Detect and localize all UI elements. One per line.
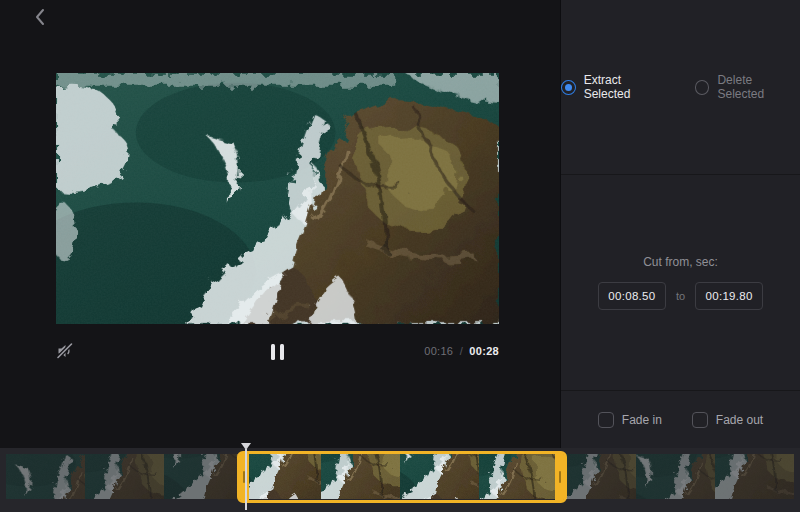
timeline-selection[interactable] — [237, 451, 567, 503]
speaker-muted-icon — [56, 342, 74, 360]
checkbox-icon — [598, 412, 614, 428]
cut-to-label: to — [676, 290, 685, 302]
radio-icon — [561, 80, 576, 95]
fade-in-checkbox[interactable]: Fade in — [598, 412, 662, 428]
radio-icon — [695, 80, 710, 95]
mute-button[interactable] — [56, 342, 74, 360]
settings-panel: Extract Selected Delete Selected Cut fro… — [560, 0, 800, 448]
chevron-left-icon — [30, 6, 52, 28]
total-duration: 00:28 — [469, 345, 499, 357]
playhead-line — [245, 449, 247, 510]
video-frame — [56, 73, 499, 324]
fade-section: Fade in Fade out — [561, 390, 800, 448]
cut-from-input[interactable] — [598, 282, 666, 310]
current-time: 00:16 — [424, 345, 453, 357]
radio-delete-selected[interactable]: Delete Selected — [695, 73, 800, 101]
video-preview[interactable] — [56, 73, 499, 324]
checkbox-icon — [692, 412, 708, 428]
timeline-dim-left — [6, 454, 237, 499]
pause-button[interactable] — [271, 344, 285, 360]
timeline[interactable] — [0, 448, 800, 512]
fade-out-checkbox[interactable]: Fade out — [692, 412, 763, 428]
radio-label: Delete Selected — [717, 73, 800, 101]
playhead[interactable] — [241, 443, 251, 512]
radio-label: Extract Selected — [584, 73, 669, 101]
editor-stage: 00:16 / 00:28 — [0, 0, 560, 448]
cut-range-section: Cut from, sec: to — [561, 174, 800, 390]
radio-extract-selected[interactable]: Extract Selected — [561, 73, 669, 101]
back-button[interactable] — [30, 6, 52, 28]
pause-icon — [271, 344, 275, 360]
timeline-dim-right — [567, 454, 794, 499]
mode-section: Extract Selected Delete Selected — [561, 0, 800, 174]
cut-range-label: Cut from, sec: — [643, 255, 718, 269]
time-separator: / — [460, 345, 463, 357]
selection-right-handle[interactable] — [555, 453, 565, 501]
time-display: 00:16 / 00:28 — [330, 345, 499, 357]
cut-to-input[interactable] — [695, 282, 763, 310]
checkbox-label: Fade out — [716, 413, 763, 427]
pause-icon — [280, 344, 284, 360]
checkbox-label: Fade in — [622, 413, 662, 427]
